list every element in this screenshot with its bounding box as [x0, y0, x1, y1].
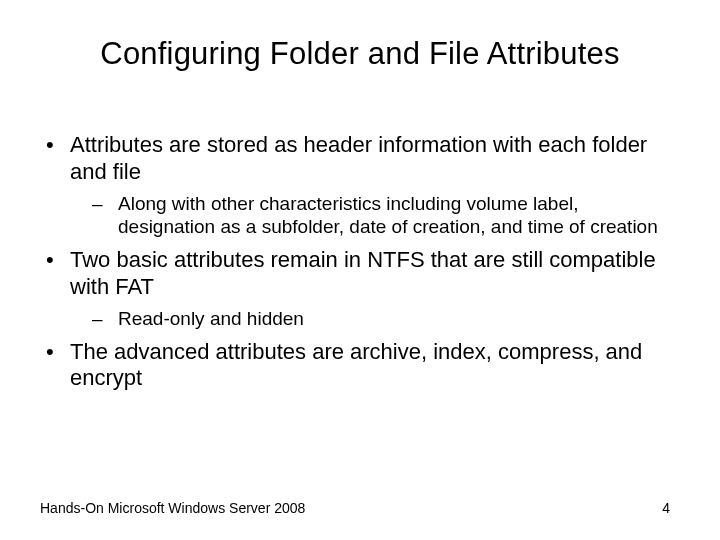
- slide: Configuring Folder and File Attributes A…: [0, 0, 720, 540]
- sub-bullet-text: Read-only and hidden: [118, 308, 304, 329]
- slide-body: Attributes are stored as header informat…: [40, 132, 680, 400]
- bullet-text: Attributes are stored as header informat…: [70, 132, 647, 184]
- bullet-list: Attributes are stored as header informat…: [40, 132, 680, 392]
- sub-bullet-list: Along with other characteristics includi…: [70, 192, 680, 240]
- bullet-text: The advanced attributes are archive, ind…: [70, 339, 642, 391]
- footer-source: Hands-On Microsoft Windows Server 2008: [40, 500, 305, 516]
- slide-title: Configuring Folder and File Attributes: [0, 36, 720, 72]
- bullet-item: Attributes are stored as header informat…: [40, 132, 680, 239]
- sub-bullet-text: Along with other characteristics includi…: [118, 193, 658, 238]
- sub-bullet-item: Along with other characteristics includi…: [70, 192, 680, 240]
- sub-bullet-item: Read-only and hidden: [70, 307, 680, 331]
- bullet-item: Two basic attributes remain in NTFS that…: [40, 247, 680, 330]
- slide-number: 4: [662, 500, 670, 516]
- sub-bullet-list: Read-only and hidden: [70, 307, 680, 331]
- bullet-item: The advanced attributes are archive, ind…: [40, 339, 680, 393]
- bullet-text: Two basic attributes remain in NTFS that…: [70, 247, 656, 299]
